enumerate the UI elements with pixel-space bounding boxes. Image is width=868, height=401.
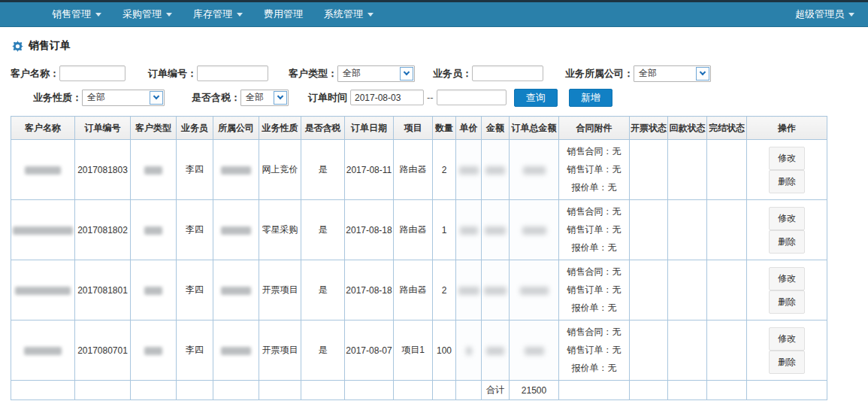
main-navbar: 销售管理 采购管理 库存管理 费用管理 系统管理 超级管理员 bbox=[0, 2, 868, 27]
col-salesperson: 业务员 bbox=[177, 117, 213, 140]
order-time-from-input[interactable] bbox=[350, 90, 424, 105]
qty-cell: 1 bbox=[433, 200, 456, 260]
qty-cell: 2 bbox=[433, 140, 456, 200]
salesperson-label: 业务员： bbox=[433, 67, 472, 81]
redacted-text bbox=[484, 287, 507, 295]
qty-cell: 2 bbox=[433, 260, 456, 320]
redacted-text bbox=[458, 287, 479, 295]
payment-status-cell bbox=[668, 260, 707, 320]
col-tax-included: 是否含税 bbox=[301, 117, 345, 140]
page-title-row: 销售订单 bbox=[12, 39, 857, 53]
nav-item-inventory-management[interactable]: 库存管理 bbox=[189, 2, 247, 27]
delete-button[interactable]: 删除 bbox=[769, 170, 805, 193]
delete-button[interactable]: 删除 bbox=[769, 351, 805, 374]
total-value-cell: 21500 bbox=[510, 381, 559, 400]
redacted-text bbox=[485, 226, 506, 235]
tax-cell: 是 bbox=[301, 260, 345, 320]
gear-icon bbox=[12, 41, 23, 52]
tax-cell: 是 bbox=[301, 200, 345, 260]
payment-status-cell bbox=[668, 140, 707, 200]
completion-status-cell bbox=[707, 200, 747, 260]
customer-name-cell bbox=[11, 320, 75, 381]
col-payment-status: 回款状态 bbox=[668, 117, 707, 140]
nav-item-expense-management[interactable]: 费用管理 bbox=[259, 2, 307, 27]
table-row: 2017081803 李四 网上竞价 是 2017-08-11 路由器 2 销售… bbox=[11, 140, 827, 200]
invoice-status-cell bbox=[630, 200, 668, 260]
redacted-text bbox=[485, 166, 505, 175]
customer-type-value: 全部 bbox=[338, 67, 400, 80]
add-button[interactable]: 新增 bbox=[569, 89, 612, 107]
redacted-text bbox=[221, 287, 251, 295]
tax-cell: 是 bbox=[301, 320, 345, 381]
empty-cell bbox=[559, 381, 630, 400]
empty-cell bbox=[456, 381, 482, 400]
customer-name-input[interactable] bbox=[59, 65, 126, 81]
nav-item-system-management[interactable]: 系统管理 bbox=[319, 2, 378, 27]
date-range-separator: -- bbox=[427, 92, 434, 103]
chevron-down-icon bbox=[237, 13, 243, 17]
filter-row-2: 业务性质： 全部 是否含税： 全部 订单时间 -- 查询 新增 bbox=[11, 87, 857, 108]
salesperson-cell: 李四 bbox=[177, 320, 213, 381]
tax-included-select[interactable]: 全部 bbox=[240, 90, 289, 106]
edit-button[interactable]: 修改 bbox=[769, 207, 805, 230]
edit-button[interactable]: 修改 bbox=[769, 327, 805, 351]
tax-cell: 是 bbox=[301, 140, 345, 200]
page-title: 销售订单 bbox=[29, 39, 71, 53]
company-cell bbox=[213, 140, 259, 200]
col-qty: 数量 bbox=[433, 117, 456, 140]
redacted-text bbox=[459, 166, 479, 175]
order-time-to-input[interactable] bbox=[437, 90, 507, 105]
business-nature-label: 业务性质： bbox=[33, 91, 82, 105]
business-nature-cell: 开票项目 bbox=[259, 320, 301, 381]
delete-button[interactable]: 删除 bbox=[769, 230, 805, 254]
invoice-status-cell bbox=[630, 320, 668, 381]
business-nature-select[interactable]: 全部 bbox=[82, 90, 165, 106]
col-order-total: 订单总金额 bbox=[510, 117, 559, 140]
project-cell: 项目1 bbox=[394, 320, 433, 381]
delete-button[interactable]: 删除 bbox=[769, 290, 805, 314]
total-label-cell: 合计 bbox=[482, 381, 510, 400]
unit-price-cell bbox=[456, 320, 482, 381]
attachment-sales-contract: 销售合同：无 bbox=[559, 205, 629, 218]
customer-type-cell bbox=[131, 320, 177, 381]
filter-row-1: 客户名称： 订单编号： 客户类型： 全部 业务员： 业务所属公司： 全部 bbox=[11, 63, 857, 84]
empty-cell bbox=[747, 381, 827, 400]
project-cell: 路由器 bbox=[394, 200, 433, 260]
col-amount: 金额 bbox=[482, 117, 510, 140]
edit-button[interactable]: 修改 bbox=[769, 267, 805, 290]
redacted-text bbox=[523, 166, 546, 175]
project-cell: 路由器 bbox=[394, 260, 433, 320]
user-menu[interactable]: 超级管理员 bbox=[795, 8, 854, 21]
company-select[interactable]: 全部 bbox=[634, 65, 711, 82]
order-no-input[interactable] bbox=[197, 65, 268, 81]
attachment-sales-order: 销售订单：无 bbox=[559, 223, 629, 236]
project-cell: 路由器 bbox=[394, 140, 433, 200]
table-header-row: 客户名称 订单编号 客户类型 业务员 所属公司 业务性质 是否含税 订单日期 项… bbox=[11, 117, 827, 140]
empty-cell bbox=[177, 381, 213, 400]
customer-type-cell bbox=[131, 140, 177, 200]
filter-panel: 客户名称： 订单编号： 客户类型： 全部 业务员： 业务所属公司： 全部 业务性… bbox=[11, 63, 857, 108]
attachment-sales-contract: 销售合同：无 bbox=[559, 145, 629, 158]
chevron-down-icon bbox=[95, 13, 101, 17]
attachments-cell: 销售合同：无 销售订单：无 报价单：无 bbox=[559, 200, 630, 260]
order-no-cell: 2017081801 bbox=[75, 260, 131, 320]
edit-button[interactable]: 修改 bbox=[769, 147, 805, 170]
col-order-no: 订单编号 bbox=[75, 117, 131, 140]
nav-item-sales-management[interactable]: 销售管理 bbox=[47, 2, 106, 27]
sales-order-table: 客户名称 订单编号 客户类型 业务员 所属公司 业务性质 是否含税 订单日期 项… bbox=[11, 116, 827, 400]
salesperson-cell: 李四 bbox=[177, 260, 213, 320]
redacted-text bbox=[460, 226, 478, 235]
customer-type-cell bbox=[131, 200, 177, 260]
redacted-text bbox=[25, 166, 61, 175]
order-date-cell: 2017-08-11 bbox=[345, 140, 394, 200]
nav-item-purchase-management[interactable]: 采购管理 bbox=[118, 2, 177, 27]
customer-type-select[interactable]: 全部 bbox=[337, 65, 415, 82]
completion-status-cell bbox=[707, 320, 747, 381]
customer-name-cell bbox=[11, 140, 75, 200]
col-customer-name: 客户名称 bbox=[11, 117, 75, 140]
invoice-status-cell bbox=[630, 260, 668, 320]
salesperson-input[interactable] bbox=[472, 65, 543, 81]
order-date-cell: 2017-08-18 bbox=[345, 260, 394, 320]
search-button[interactable]: 查询 bbox=[514, 89, 558, 107]
redacted-text bbox=[24, 347, 62, 355]
